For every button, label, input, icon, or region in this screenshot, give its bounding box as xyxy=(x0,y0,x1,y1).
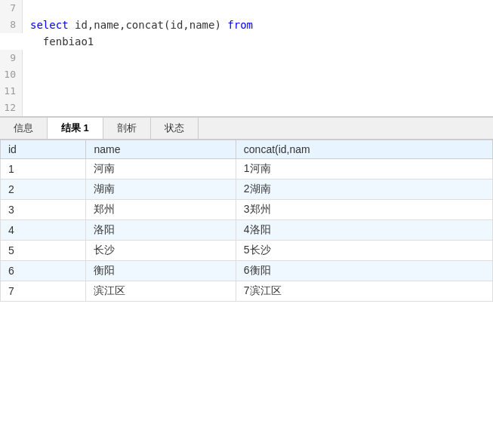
table-cell: 郑州 xyxy=(86,200,236,220)
table-row: 4洛阳4洛阳 xyxy=(1,220,493,241)
table-cell: 3 xyxy=(1,200,86,220)
table-cell: 6衡阳 xyxy=(236,261,492,281)
tab-bar: 信息 结果 1 剖析 状态 xyxy=(0,117,493,140)
table-cell: 3郑州 xyxy=(236,200,492,220)
tab-info[interactable]: 信息 xyxy=(0,118,48,139)
tab-status[interactable]: 状态 xyxy=(151,118,199,139)
table-row: 5长沙5长沙 xyxy=(1,241,493,261)
table-row: 3郑州3郑州 xyxy=(1,200,493,220)
line-number-7: 7 xyxy=(0,0,23,17)
table-row: 6衡阳6衡阳 xyxy=(1,261,493,281)
table-cell: 1 xyxy=(1,159,86,180)
table-cell: 5 xyxy=(1,241,86,261)
table-cell: 6 xyxy=(1,261,86,281)
line-number-8: 8 xyxy=(0,17,23,33)
result-table: id name concat(id,nam 1河南1河南2湖南2湖南3郑州3郑州… xyxy=(0,140,493,302)
line-content-8b: fenbiao1 xyxy=(23,33,94,50)
tab-analyze[interactable]: 剖析 xyxy=(103,118,151,139)
table-row: 1河南1河南 xyxy=(1,159,493,180)
code-editor[interactable]: 7 8 select id,name,concat(id,name) from … xyxy=(0,0,493,117)
table-cell: 4洛阳 xyxy=(236,220,492,241)
code-line-8: 8 select id,name,concat(id,name) from xyxy=(0,17,493,33)
code-columns: id,name,concat(id,name) xyxy=(75,19,227,31)
col-header-name: name xyxy=(86,140,236,159)
table-cell: 洛阳 xyxy=(86,220,236,241)
line-number-9: 9 xyxy=(0,50,23,66)
line-content-8: select id,name,concat(id,name) from xyxy=(23,17,253,33)
col-header-id: id xyxy=(1,140,86,159)
keyword-select: select xyxy=(30,19,75,31)
results-panel: id name concat(id,nam 1河南1河南2湖南2湖南3郑州3郑州… xyxy=(0,140,493,302)
table-cell: 7 xyxy=(1,281,86,302)
table-cell: 2 xyxy=(1,180,86,200)
code-line-8b: fenbiao1 xyxy=(0,33,493,50)
code-line-9: 9 xyxy=(0,50,493,66)
table-cell: 滨江区 xyxy=(86,281,236,302)
table-cell: 衡阳 xyxy=(86,261,236,281)
code-line-11: 11 xyxy=(0,83,493,100)
code-line-7: 7 xyxy=(0,0,493,17)
line-number-12: 12 xyxy=(0,100,23,116)
code-line-10: 10 xyxy=(0,66,493,83)
code-line-12: 12 xyxy=(0,100,493,116)
line-number-11: 11 xyxy=(0,83,23,100)
col-header-concat: concat(id,nam xyxy=(236,140,492,159)
table-header-row: id name concat(id,nam xyxy=(1,140,493,159)
table-cell: 4 xyxy=(1,220,86,241)
line-number-10: 10 xyxy=(0,66,23,83)
table-cell: 河南 xyxy=(86,159,236,180)
table-cell: 1河南 xyxy=(236,159,492,180)
keyword-from: from xyxy=(227,19,253,31)
table-cell: 5长沙 xyxy=(236,241,492,261)
table-row: 7滨江区7滨江区 xyxy=(1,281,493,302)
table-cell: 长沙 xyxy=(86,241,236,261)
table-cell: 2湖南 xyxy=(236,180,492,200)
table-cell: 7滨江区 xyxy=(236,281,492,302)
tab-result1[interactable]: 结果 1 xyxy=(48,118,103,139)
table-row: 2湖南2湖南 xyxy=(1,180,493,200)
table-cell: 湖南 xyxy=(86,180,236,200)
